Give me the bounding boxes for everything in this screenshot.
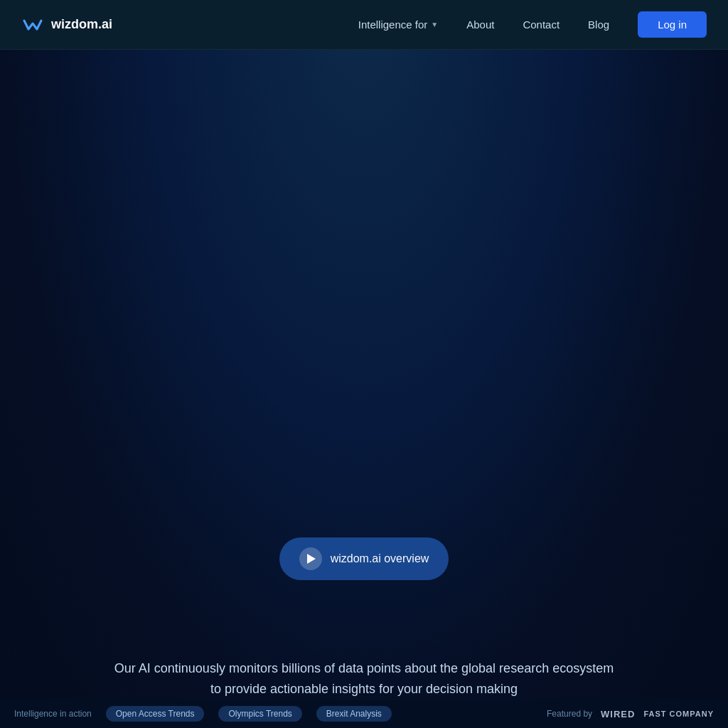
nav-menu: Intelligence for ▼ About Contact Blog Lo… bbox=[358, 11, 707, 38]
intelligence-in-action-label: Intelligence in action bbox=[14, 709, 92, 719]
overview-button[interactable]: wizdom.ai overview bbox=[279, 537, 449, 580]
login-button[interactable]: Log in bbox=[638, 11, 707, 38]
description-text: Our AI continuously monitors billions of… bbox=[80, 658, 648, 700]
main-content: wizdom.ai overview Our AI continuously m… bbox=[0, 0, 728, 728]
overview-button-label: wizdom.ai overview bbox=[331, 552, 429, 565]
tag-brexit[interactable]: Brexit Analysis bbox=[316, 706, 392, 722]
play-icon bbox=[299, 547, 322, 570]
bottom-bar: Intelligence in action Open Access Trend… bbox=[0, 700, 728, 728]
logo-text: wizdom.ai bbox=[51, 17, 112, 32]
wired-logo: WIRED bbox=[601, 709, 635, 719]
play-triangle bbox=[307, 554, 316, 564]
nav-blog[interactable]: Blog bbox=[588, 18, 609, 31]
fastcompany-logo: FAST COMPANY bbox=[643, 710, 714, 718]
nav-intelligence[interactable]: Intelligence for ▼ bbox=[358, 18, 438, 31]
hero-area: wizdom.ai overview bbox=[0, 50, 728, 623]
featured-label: Featured by bbox=[547, 709, 592, 719]
logo-icon bbox=[21, 14, 44, 36]
navbar: wizdom.ai Intelligence for ▼ About Conta… bbox=[0, 0, 728, 50]
tag-open-access[interactable]: Open Access Trends bbox=[106, 706, 205, 722]
nav-contact[interactable]: Contact bbox=[523, 18, 560, 31]
logo[interactable]: wizdom.ai bbox=[21, 14, 112, 36]
nav-about[interactable]: About bbox=[466, 18, 494, 31]
chevron-down-icon: ▼ bbox=[431, 21, 438, 28]
tag-olympics[interactable]: Olympics Trends bbox=[218, 706, 301, 722]
featured-section: Featured by WIRED FAST COMPANY bbox=[547, 709, 714, 719]
